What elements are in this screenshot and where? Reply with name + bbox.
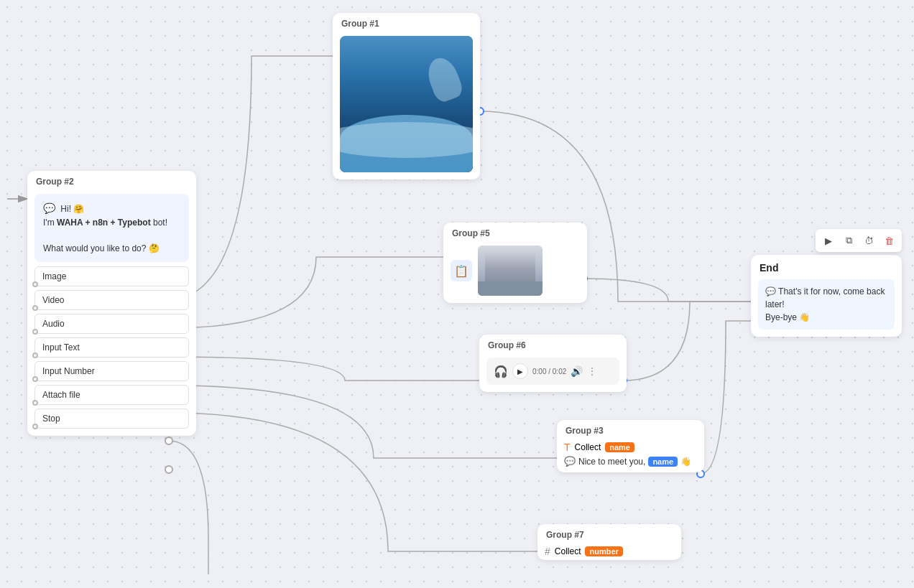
collect-label-7: Collect [555,546,581,556]
wave-image [340,36,473,172]
group7-title: Group #7 [537,524,681,543]
opt-attachfile-label: Attach file [42,390,80,400]
file-icon: 📋 [451,260,472,281]
group1-node: Group #1 🖼️ [333,13,480,179]
svg-point-7 [165,466,172,473]
end-chat-bubble: 💬 That's it for now, come back later! By… [758,279,895,330]
number-icon: # [545,546,550,557]
group3-message-row: 💬 Nice to meet you, name 👋 [564,456,697,467]
group7-collect-row: # Collect number [545,546,674,557]
message-icon: 💬 [564,456,576,467]
option-input-number[interactable]: Input Number [34,361,189,381]
option-input-text[interactable]: Input Text [34,337,189,358]
option-stop[interactable]: Stop [34,409,189,429]
group3-collect-row: T Collect name [564,442,697,453]
group3-node: Group #3 T Collect name 💬 Nice to meet y… [557,420,704,472]
collect-icon: T [564,442,571,453]
opt-audio-label: Audio [42,319,65,329]
msg-suffix: 👋 [680,457,691,467]
headphones-icon: 🎧 [494,365,508,378]
group1-title: Group #1 [333,13,480,32]
svg-point-6 [165,437,172,444]
room-image [478,246,543,296]
number-tag: number [585,546,622,556]
audio-player: 🎧 ▶ 0:00 / 0:02 🔊 ⋮ [486,358,619,385]
group6-title: Group #6 [479,335,627,353]
time-display: 0:00 / 0:02 [532,368,566,375]
collect-label: Collect [575,442,601,452]
option-attach-file[interactable]: Attach file [34,385,189,405]
group2-chat-bubble: 💬 Hi! 🤗 I'm WAHA + n8n + Typebot bot! Wh… [34,194,189,262]
name-tag: name [605,442,634,452]
group6-node: Group #6 🎧 ▶ 0:00 / 0:02 🔊 ⋮ [479,335,627,392]
copy-toolbar-btn[interactable]: ⧉ [840,232,857,249]
more-options-icon[interactable]: ⋮ [587,365,597,377]
timer-toolbar-btn[interactable]: ⏱ [860,232,877,249]
group5-title: Group #5 [443,223,587,241]
volume-icon: 🔊 [571,365,583,377]
group5-content: 📋 [451,246,580,296]
end-node: ▶ ⧉ ⏱ 🗑 End 💬 That's it for now, come ba… [751,255,902,337]
node-toolbar: ▶ ⧉ ⏱ 🗑 [816,229,902,252]
group3-title: Group #3 [557,420,704,439]
msg-prefix: Nice to meet you, [578,457,645,467]
end-msg-icon: 💬 [765,286,776,297]
group2-title: Group #2 [27,171,196,190]
opt-inputtext-label: Input Text [42,342,80,353]
opt-stop-label: Stop [42,414,60,424]
group2-node: Group #2 💬 Hi! 🤗 I'm WAHA + n8n + Typebo… [27,171,196,436]
option-image[interactable]: Image [34,266,189,286]
group5-node: Group #5 📋 [443,223,587,303]
opt-image-label: Image [42,271,66,281]
name-var-tag: name [648,457,678,467]
chat-icon: 💬 [43,202,55,214]
group7-node: Group #7 # Collect number [537,524,681,560]
opt-inputnumber-label: Input Number [42,366,95,376]
option-video[interactable]: Video [34,290,189,310]
option-audio[interactable]: Audio [34,314,189,334]
group1-image-container: 🖼️ [340,36,473,172]
opt-video-label: Video [42,295,64,305]
delete-toolbar-btn[interactable]: 🗑 [880,232,897,249]
play-toolbar-btn[interactable]: ▶ [820,232,837,249]
end-title: End [751,255,902,275]
play-button[interactable]: ▶ [512,363,528,379]
group2-options-list: Image Video Audio Input Text Input N [34,266,189,429]
